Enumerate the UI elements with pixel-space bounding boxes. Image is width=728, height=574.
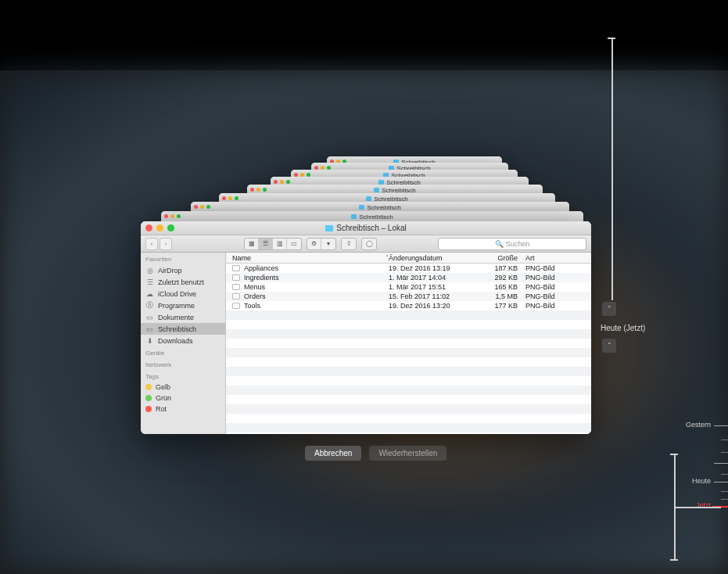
file-icon bbox=[232, 284, 240, 290]
file-kind: PNG-Bild bbox=[525, 292, 585, 300]
column-headers: Name˄ Änderungsdatum Größe Art bbox=[226, 253, 591, 264]
view-mode-group: ▦ ☰ ▥ ▭ bbox=[244, 238, 302, 250]
file-icon bbox=[232, 274, 240, 281]
recents-icon: ☰ bbox=[145, 278, 154, 286]
sidebar-item-icloud[interactable]: ☁iCloud Drive bbox=[141, 288, 225, 300]
forward-button[interactable]: › bbox=[160, 238, 172, 250]
sidebar-tag-yellow[interactable]: Gelb bbox=[141, 382, 225, 393]
share-button[interactable]: ⇧ bbox=[341, 238, 357, 250]
table-row bbox=[226, 395, 591, 404]
table-row bbox=[226, 320, 591, 329]
cancel-button[interactable]: Abbrechen bbox=[305, 446, 361, 461]
search-icon: 🔍 bbox=[495, 240, 504, 248]
table-row[interactable]: Menus1. Mär 2017 15:51165 KBPNG-Bild bbox=[226, 282, 591, 292]
file-name: Menus bbox=[244, 283, 265, 291]
back-button[interactable]: ‹ bbox=[145, 238, 158, 250]
file-name: Ingredients bbox=[244, 274, 279, 282]
tag-dot-icon bbox=[145, 406, 152, 412]
file-kind: PNG-Bild bbox=[525, 283, 585, 291]
search-input[interactable]: 🔍 Suchen bbox=[438, 238, 586, 250]
table-row bbox=[226, 339, 591, 348]
sidebar-network-header: Netzwerk bbox=[141, 358, 225, 370]
maximize-icon[interactable] bbox=[167, 224, 174, 231]
table-row bbox=[226, 404, 591, 414]
sidebar-item-downloads[interactable]: ⬇Downloads bbox=[141, 335, 225, 346]
file-icon bbox=[232, 303, 240, 309]
table-row[interactable]: Tools19. Dez 2016 13:20177 KBPNG-Bild bbox=[226, 301, 591, 310]
applications-icon: Ⓐ bbox=[145, 301, 154, 310]
icon-view-button[interactable]: ▦ bbox=[245, 239, 259, 249]
file-name: Tools bbox=[244, 302, 260, 310]
file-name: Appliances bbox=[244, 264, 278, 272]
window-title: Schreibtisch – Lokal bbox=[336, 224, 407, 232]
sidebar: Favoriten ◎AirDrop ☰Zuletzt benutzt ☁iCl… bbox=[141, 253, 226, 434]
sidebar-favorites-header: Favoriten bbox=[141, 253, 225, 264]
gallery-view-button[interactable]: ▭ bbox=[287, 239, 301, 249]
column-date[interactable]: Änderungsdatum bbox=[389, 254, 479, 262]
file-date: 19. Dez 2016 13:19 bbox=[389, 264, 479, 272]
restore-button[interactable]: Wiederherstellen bbox=[369, 446, 446, 461]
tags-button[interactable]: ◯ bbox=[361, 238, 377, 250]
table-row bbox=[226, 348, 591, 357]
stack-window[interactable]: Schreibtisch bbox=[161, 211, 583, 222]
file-icon bbox=[232, 293, 240, 300]
column-size[interactable]: Größe bbox=[479, 254, 525, 262]
chevron-up-icon: ˄ bbox=[608, 305, 611, 313]
sidebar-item-recents[interactable]: ☰Zuletzt benutzt bbox=[141, 276, 225, 288]
sidebar-item-applications[interactable]: ⒶProgramme bbox=[141, 300, 225, 311]
search-placeholder: Suchen bbox=[506, 240, 530, 248]
action-buttons: Abbrechen Wiederherstellen bbox=[305, 446, 446, 461]
file-size: 1,5 MB bbox=[479, 292, 525, 300]
arrange-group: ⚙ ▾ bbox=[307, 238, 336, 250]
sidebar-item-documents[interactable]: ▭Dokumente bbox=[141, 311, 225, 323]
file-name: Orders bbox=[244, 292, 266, 300]
arrange-dropdown[interactable]: ▾ bbox=[321, 239, 335, 249]
sidebar-item-desktop[interactable]: ▭Schreibtisch bbox=[141, 323, 225, 335]
timeline-up-button[interactable]: ˄ bbox=[602, 302, 616, 316]
list-view-button[interactable]: ☰ bbox=[259, 239, 273, 249]
table-row bbox=[226, 376, 591, 386]
callout-line bbox=[611, 38, 613, 300]
table-row[interactable]: Appliances19. Dez 2016 13:19187 KBPNG-Bi… bbox=[226, 264, 591, 273]
file-size: 177 KB bbox=[479, 302, 525, 310]
timeline-down-button[interactable]: ˅ bbox=[602, 339, 616, 353]
tag-dot-icon bbox=[145, 395, 152, 401]
finder-window: Schreibtisch – Lokal ‹ › ▦ ☰ ▥ ▭ ⚙ ▾ ⇧ ◯… bbox=[141, 221, 591, 434]
arrange-button[interactable]: ⚙ bbox=[307, 239, 321, 249]
file-icon bbox=[232, 265, 240, 271]
table-row[interactable]: Ingredients1. Mär 2017 14:04292 KBPNG-Bi… bbox=[226, 273, 591, 282]
sidebar-tags-header: Tags bbox=[141, 370, 225, 382]
minimize-icon[interactable] bbox=[156, 224, 163, 231]
file-kind: PNG-Bild bbox=[525, 274, 585, 282]
tag-dot-icon bbox=[145, 384, 152, 390]
table-row bbox=[226, 386, 591, 395]
file-date: 15. Feb 2017 11:02 bbox=[389, 292, 479, 300]
sidebar-item-airdrop[interactable]: ◎AirDrop bbox=[141, 264, 225, 276]
column-name[interactable]: Name˄ bbox=[232, 254, 389, 262]
file-kind: PNG-Bild bbox=[525, 264, 585, 272]
sidebar-devices-header: Geräte bbox=[141, 346, 225, 358]
callout-cap bbox=[608, 38, 615, 39]
sidebar-tag-green[interactable]: Grün bbox=[141, 393, 225, 404]
timeline-current-label: Heute (Jetzt) bbox=[601, 324, 645, 332]
documents-icon: ▭ bbox=[145, 313, 154, 321]
chevron-down-icon: ˅ bbox=[608, 342, 611, 350]
table-row bbox=[226, 310, 591, 320]
timeline-ruler[interactable]: Gestern Heute Jetzt bbox=[712, 86, 728, 527]
sidebar-tag-red[interactable]: Rot bbox=[141, 404, 225, 414]
file-date: 19. Dez 2016 13:20 bbox=[389, 302, 479, 310]
file-list: Name˄ Änderungsdatum Größe Art Appliance… bbox=[226, 253, 591, 434]
titlebar: Schreibtisch – Lokal bbox=[141, 221, 591, 235]
callout-cap bbox=[670, 559, 678, 561]
callout-cap bbox=[670, 454, 678, 455]
folder-icon bbox=[325, 225, 333, 231]
close-icon[interactable] bbox=[145, 224, 152, 231]
file-kind: PNG-Bild bbox=[525, 302, 585, 310]
table-row bbox=[226, 423, 591, 432]
column-kind[interactable]: Art bbox=[525, 254, 585, 262]
column-view-button[interactable]: ▥ bbox=[273, 239, 287, 249]
file-size: 165 KB bbox=[479, 283, 525, 291]
table-row[interactable]: Orders15. Feb 2017 11:021,5 MBPNG-Bild bbox=[226, 292, 591, 301]
table-row bbox=[226, 367, 591, 376]
downloads-icon: ⬇ bbox=[145, 336, 154, 345]
